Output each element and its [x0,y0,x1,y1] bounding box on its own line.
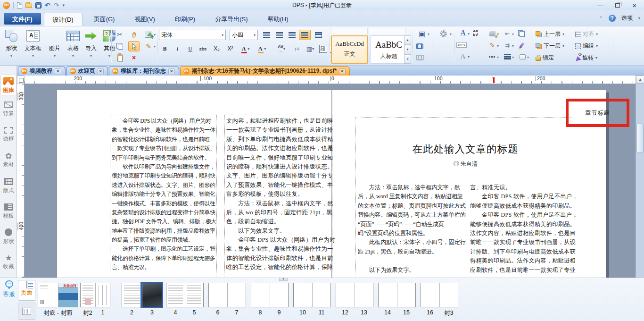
sidebar-item[interactable]: 背景 [1,100,16,117]
menu-tab[interactable]: 设计(D) [44,13,83,26]
page-spread[interactable]: 金印客 DPS 以大众（网络）用户为对象，集合专业性、趣味性和易操作性为一体的智… [57,90,606,278]
pan-hand-button[interactable] [128,29,140,40]
menu-tab[interactable]: 视图(V) [126,13,163,26]
align-right-button[interactable] [286,30,298,40]
copy-button[interactable] [114,41,125,51]
superscript-button[interactable]: X² [224,43,236,54]
insert-tool-button[interactable]: 文本框 ▾ [21,28,45,58]
justify-button[interactable] [299,30,311,40]
close-tab-icon[interactable]: ✕ [98,68,104,74]
document-tab[interactable]: DPS 视频教程 ✕ [18,66,66,76]
hyperlink-button[interactable] [414,40,425,51]
sidebar-item[interactable]: ✿ 素材 [1,151,16,168]
align-button[interactable]: 对齐▾ [575,30,598,38]
cut-button[interactable]: ✂ [114,29,125,40]
character-spacing-button[interactable]: AV↔▾ [273,43,289,54]
text-effect-button[interactable]: A▾ [456,51,470,61]
collapse-ribbon-icon[interactable]: ⌃ [599,16,603,21]
minimize-button[interactable]: — [597,2,603,8]
effects-button[interactable]: ▾ [434,28,453,39]
page-thumbnail-spread[interactable]: 16封3 [421,283,458,317]
font-color-button[interactable]: A▾ [238,43,253,54]
text-frame-left-col1[interactable]: 金印客 DPS 以大众（网络）用户为对象，集合专业性、趣味性和易操作性为一体的智… [110,115,217,278]
scrollbar-thumb[interactable] [636,124,644,153]
insert-tool-button[interactable]: 导入 ▾ [82,28,100,58]
spell-edit-button[interactable]: ABC✎ [456,40,467,50]
vertical-scrollbar[interactable]: ▲ [636,76,644,278]
distribute-text-button[interactable] [313,30,324,40]
text-direction-button[interactable]: Abb↲ [471,28,481,38]
character-border-button[interactable]: A▾ [255,43,270,54]
insert-tool-button[interactable]: 图片 ▾ [45,28,64,58]
edit-points-button[interactable]: ✎▾ [141,41,156,51]
page-thumbnail-spread[interactable]: 1415 [378,283,416,316]
paste-button[interactable] [114,52,125,63]
line-weight-button[interactable]: ▾ [501,51,514,62]
dash-style-button[interactable]: ▾ [486,51,499,62]
close-button[interactable]: × [632,2,636,9]
bring-forward-button[interactable]: 上一层▾ [536,30,564,38]
columns-button[interactable]: ▥▾ [303,43,317,54]
options-button[interactable]: 选项 [621,14,633,22]
menu-tab[interactable]: 分享导出(S) [206,13,256,26]
scroll-up-icon[interactable]: ▲ [636,76,644,84]
restore-button[interactable] [615,3,620,8]
text-wrap-button[interactable]: ▣▾ [414,28,430,39]
page-thumbnail-spread[interactable]: 1011 [293,283,331,316]
group-button[interactable]: 编组▾ [575,42,598,50]
insert-tool-button[interactable]: 形状 ▾ [2,28,21,58]
chevron-down-icon[interactable]: ▾ [2,54,21,58]
menu-tab[interactable]: 页面(G) [85,13,124,26]
gallery-expand-icon[interactable]: ⊻ [404,54,411,64]
sidebar-item[interactable]: 图库 [0,75,17,95]
menu-tab[interactable]: 印刷(P) [166,13,204,26]
remove-hyperlink-button[interactable] [414,51,425,62]
chapter-title-box[interactable]: 章节标题 [566,99,629,127]
page-thumbnail-cover[interactable]: 文学月刊 封底 - 封面 [38,283,78,317]
gallery-scroll-up-icon[interactable]: ▲ [404,35,411,45]
article-title[interactable]: 在此处输入文章的标题 [356,142,575,156]
style-card-heading[interactable]: AaBbC 大标题 [370,35,407,64]
close-tab-icon[interactable]: ✕ [55,68,61,74]
chevron-down-icon[interactable]: ▾ [64,54,82,58]
sidebar-item[interactable]: 模板 [1,202,16,220]
shape-style-button[interactable]: ▾ [516,51,529,62]
page-thumbnail-spread-selected[interactable]: 23 [122,283,162,316]
page-thumbnail-spread[interactable]: 45 [166,283,204,316]
subscript-button[interactable]: X₂ [211,43,223,54]
align-center-button[interactable] [273,30,285,40]
master-pages-tab[interactable] [18,303,35,320]
rotate-button[interactable]: 旋转▾ [575,54,597,62]
indent-spacing-button[interactable]: ⇤▾ [501,28,514,39]
help-icon[interactable]: ? [609,15,616,22]
chevron-down-icon[interactable]: ▾ [82,54,100,58]
design-canvas[interactable]: 金印客 DPS 以大众（网络）用户为对象，集合专业性、趣味性和易操作性为一体的智… [25,84,636,278]
page-thumbnail-spread[interactable]: 封21 [80,283,110,317]
arrow-style-button[interactable]: ⇉▾ [501,40,514,51]
support-button[interactable]: ··· 客服 [1,280,17,298]
style-card-body-text[interactable]: AaBbCcDd 正文 [331,35,368,64]
strikethrough-button[interactable]: abe [197,43,209,54]
pages-panel-tab[interactable]: 页面 [18,280,35,301]
document-tab[interactable]: DPS 欢迎页 ✕ [66,66,108,76]
font-size-combobox[interactable]: 小四▾ [230,30,258,40]
sidebar-item[interactable]: ★ 收藏 [1,253,16,270]
article-author[interactable]: ◎ 朱自清 [356,160,575,168]
lock-button[interactable]: 锁定 [536,54,554,62]
format-brush-button[interactable] [516,40,527,51]
underline-button[interactable]: U [184,43,196,54]
text-frame-right-page[interactable]: 在此处输入文章的标题 ◎ 朱自清 方法：双击鼠标，选中框内文字，然后，从 wor… [355,117,574,278]
sidebar-item[interactable]: 形状 [1,228,16,245]
insert-tool-button[interactable]: 表格 ▾ [64,28,82,58]
menu-tab[interactable]: 帮助(H) [259,13,297,26]
text-frame-left-col2[interactable]: 文内容，粘贴进相应刷软件，也是目前唯一一款实现了专业级书刊画册，从设计排版、到下… [224,115,332,278]
panel-collapse-icon[interactable]: ▼ [279,278,288,281]
chevron-down-icon[interactable]: ▾ [21,54,45,58]
close-tab-icon[interactable]: ✕ [168,68,175,74]
sidebar-item[interactable]: 版式 [1,177,16,194]
send-backward-button[interactable]: 下一层▾ [536,42,564,50]
picture-select-tool-button[interactable]: ▾ [141,29,156,40]
options-caret-icon[interactable]: ▾ [638,16,640,20]
fill-color-button[interactable]: ▾ [486,28,499,39]
bold-button[interactable]: B [159,43,171,54]
